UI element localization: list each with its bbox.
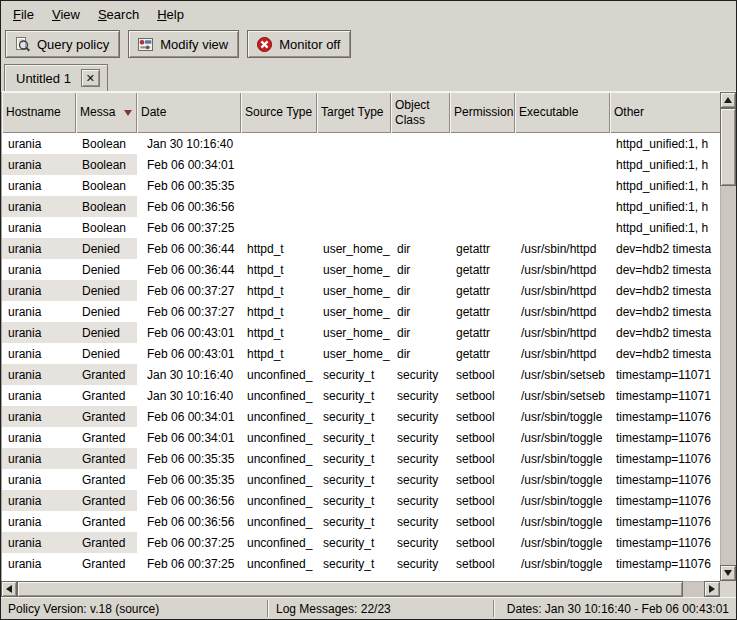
cell-other: dev=hdb2 timesta bbox=[610, 343, 720, 364]
cell-message: Denied bbox=[76, 301, 137, 322]
cell-message: Granted bbox=[76, 406, 137, 427]
table-body: uraniaBooleanJan 30 10:16:40httpd_unifie… bbox=[2, 133, 720, 574]
cell-hostname: urania bbox=[2, 259, 76, 280]
scroll-up-button[interactable] bbox=[720, 92, 736, 108]
column-header-executable[interactable]: Executable bbox=[515, 92, 610, 133]
cell-permission bbox=[450, 154, 515, 175]
cell-object_class bbox=[391, 196, 450, 217]
cell-message: Boolean bbox=[76, 175, 137, 196]
cell-target_type bbox=[317, 196, 391, 217]
cell-date: Feb 06 00:34:01 bbox=[137, 427, 241, 448]
query-policy-button[interactable]: Query policy bbox=[5, 30, 120, 58]
cell-object_class: security bbox=[391, 511, 450, 532]
column-header-target_type[interactable]: Target Type bbox=[317, 92, 391, 133]
cell-target_type: user_home_ bbox=[317, 280, 391, 301]
cell-object_class: security bbox=[391, 448, 450, 469]
cell-other: httpd_unified:1, h bbox=[610, 154, 720, 175]
column-header-label: Permission bbox=[454, 105, 513, 119]
vertical-scrollbar-thumb[interactable] bbox=[720, 108, 736, 186]
table-row[interactable]: uraniaGrantedFeb 06 00:37:25unconfined_s… bbox=[2, 532, 720, 553]
table-row[interactable]: uraniaDeniedFeb 06 00:37:27httpd_tuser_h… bbox=[2, 280, 720, 301]
toolbar: Query policy Modify view bbox=[1, 27, 736, 61]
column-header-source_type[interactable]: Source Type bbox=[241, 92, 317, 133]
menu-help[interactable]: Help bbox=[148, 3, 193, 26]
cell-permission: setbool bbox=[450, 553, 515, 574]
cell-other: httpd_unified:1, h bbox=[610, 133, 720, 154]
table-row[interactable]: uraniaDeniedFeb 06 00:36:44httpd_tuser_h… bbox=[2, 259, 720, 280]
cell-target_type: user_home_ bbox=[317, 343, 391, 364]
menu-file[interactable]: File bbox=[4, 3, 43, 26]
cell-target_type: user_home_ bbox=[317, 301, 391, 322]
table-row[interactable]: uraniaGrantedFeb 06 00:34:01unconfined_s… bbox=[2, 427, 720, 448]
menu-search[interactable]: Search bbox=[89, 3, 148, 26]
cell-permission bbox=[450, 196, 515, 217]
horizontal-scrollbar-thumb[interactable] bbox=[17, 581, 683, 597]
status-bar: Policy Version: v.18 (source) Log Messag… bbox=[1, 597, 736, 619]
scroll-left-button[interactable] bbox=[1, 581, 17, 597]
table-row[interactable]: uraniaGrantedJan 30 10:16:40unconfined_s… bbox=[2, 385, 720, 406]
column-header-object_class[interactable]: Object Class bbox=[391, 92, 450, 133]
cell-message: Boolean bbox=[76, 196, 137, 217]
table-row[interactable]: uraniaGrantedFeb 06 00:35:35unconfined_s… bbox=[2, 469, 720, 490]
cell-hostname: urania bbox=[2, 532, 76, 553]
cell-target_type: user_home_ bbox=[317, 259, 391, 280]
cell-source_type bbox=[241, 133, 317, 154]
table-row[interactable]: uraniaGrantedFeb 06 00:36:56unconfined_s… bbox=[2, 511, 720, 532]
scroll-down-button[interactable] bbox=[720, 565, 736, 581]
cell-source_type: unconfined_ bbox=[241, 427, 317, 448]
cell-source_type: unconfined_ bbox=[241, 532, 317, 553]
column-header-hostname[interactable]: Hostname bbox=[2, 92, 76, 133]
table-row[interactable]: uraniaDeniedFeb 06 00:36:44httpd_tuser_h… bbox=[2, 238, 720, 259]
column-header-message[interactable]: Messa bbox=[76, 92, 137, 133]
tab-strip: Untitled 1 ✕ bbox=[1, 61, 736, 91]
cell-permission bbox=[450, 217, 515, 238]
cell-permission: getattr bbox=[450, 322, 515, 343]
column-header-other[interactable]: Other bbox=[610, 92, 720, 133]
table-row[interactable]: uraniaBooleanJan 30 10:16:40httpd_unifie… bbox=[2, 133, 720, 154]
cell-target_type: security_t bbox=[317, 469, 391, 490]
arrow-down-icon bbox=[724, 570, 732, 576]
table-row[interactable]: uraniaGrantedFeb 06 00:36:56unconfined_s… bbox=[2, 490, 720, 511]
column-header-label: Hostname bbox=[6, 105, 61, 119]
cell-date: Jan 30 10:16:40 bbox=[137, 364, 241, 385]
table-row[interactable]: uraniaBooleanFeb 06 00:35:35httpd_unifie… bbox=[2, 175, 720, 196]
cell-executable: /usr/sbin/toggle bbox=[515, 511, 610, 532]
table-row[interactable]: uraniaBooleanFeb 06 00:36:56httpd_unifie… bbox=[2, 196, 720, 217]
modify-view-button[interactable]: Modify view bbox=[128, 30, 239, 58]
horizontal-scrollbar[interactable] bbox=[1, 581, 720, 597]
cell-other: dev=hdb2 timesta bbox=[610, 280, 720, 301]
cell-executable: /usr/sbin/toggle bbox=[515, 490, 610, 511]
table-row[interactable]: uraniaDeniedFeb 06 00:43:01httpd_tuser_h… bbox=[2, 343, 720, 364]
cell-date: Feb 06 00:36:56 bbox=[137, 490, 241, 511]
table-row[interactable]: uraniaDeniedFeb 06 00:37:27httpd_tuser_h… bbox=[2, 301, 720, 322]
column-header-permission[interactable]: Permission bbox=[450, 92, 515, 133]
modify-view-preferences-icon bbox=[137, 36, 154, 53]
tab-close-button[interactable]: ✕ bbox=[81, 69, 100, 87]
cell-date: Feb 06 00:34:01 bbox=[137, 154, 241, 175]
table-row[interactable]: uraniaBooleanFeb 06 00:37:25httpd_unifie… bbox=[2, 217, 720, 238]
cell-target_type bbox=[317, 154, 391, 175]
cell-message: Denied bbox=[76, 280, 137, 301]
cell-source_type: httpd_t bbox=[241, 322, 317, 343]
menu-view[interactable]: View bbox=[43, 3, 89, 26]
cell-executable bbox=[515, 196, 610, 217]
vertical-scrollbar[interactable] bbox=[720, 92, 736, 581]
table-row[interactable]: uraniaGrantedFeb 06 00:37:25unconfined_s… bbox=[2, 553, 720, 574]
column-header-date[interactable]: Date bbox=[137, 92, 241, 133]
cell-permission: setbool bbox=[450, 385, 515, 406]
monitor-off-button[interactable]: Monitor off bbox=[247, 30, 351, 58]
cell-target_type: security_t bbox=[317, 364, 391, 385]
scroll-right-button[interactable] bbox=[704, 581, 720, 597]
cell-message: Boolean bbox=[76, 133, 137, 154]
table-row[interactable]: uraniaDeniedFeb 06 00:43:01httpd_tuser_h… bbox=[2, 322, 720, 343]
table-row[interactable]: uraniaGrantedFeb 06 00:34:01unconfined_s… bbox=[2, 406, 720, 427]
table-row[interactable]: uraniaGrantedJan 30 10:16:40unconfined_s… bbox=[2, 364, 720, 385]
cell-hostname: urania bbox=[2, 448, 76, 469]
cell-target_type: security_t bbox=[317, 448, 391, 469]
table-row[interactable]: uraniaBooleanFeb 06 00:34:01httpd_unifie… bbox=[2, 154, 720, 175]
table-row[interactable]: uraniaGrantedFeb 06 00:35:35unconfined_s… bbox=[2, 448, 720, 469]
tab-untitled-1[interactable]: Untitled 1 ✕ bbox=[4, 64, 108, 91]
cell-executable: /usr/sbin/httpd bbox=[515, 280, 610, 301]
cell-source_type: unconfined_ bbox=[241, 364, 317, 385]
cell-other: dev=hdb2 timesta bbox=[610, 238, 720, 259]
